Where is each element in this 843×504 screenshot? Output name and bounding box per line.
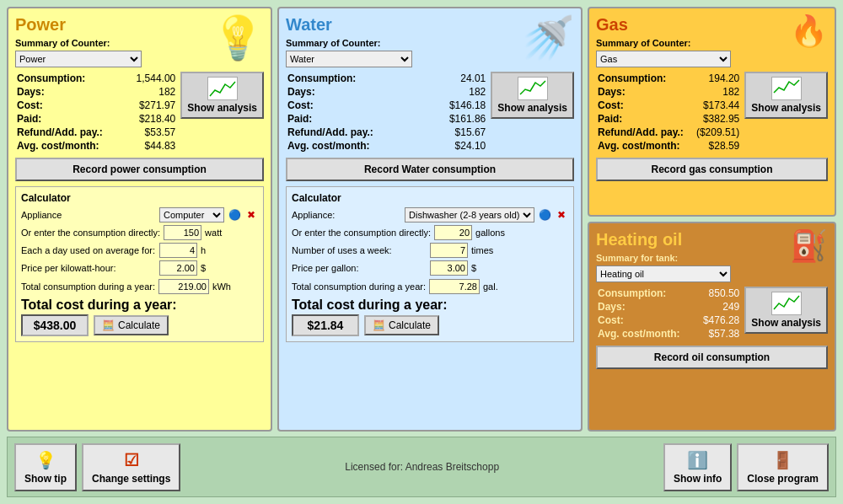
- water-price-unit: $: [471, 263, 476, 273]
- power-refund-row: Refund/Add. pay.: $53.57: [15, 126, 177, 139]
- heating-panel: ⛽ Heating oil Summary for tank: Heating …: [588, 222, 836, 432]
- power-appliance-select[interactable]: Computer: [159, 207, 224, 223]
- power-panel: 💡 Power Summary of Counter: Power Consum…: [7, 7, 272, 432]
- gas-consumption-row: Consumption: 194.20: [596, 72, 741, 85]
- water-uses-row: Number of uses a week: times: [292, 243, 568, 258]
- water-avg-row: Avg. cost/month: $24.10: [286, 139, 487, 153]
- water-total-year-input[interactable]: [429, 279, 480, 294]
- power-paid-row: Paid: $218.40: [15, 112, 177, 126]
- water-calc-title: Calculator: [292, 192, 568, 204]
- power-direct-unit: watt: [205, 228, 222, 238]
- water-price-row: Price per gallon: $: [292, 260, 568, 276]
- heating-counter-select[interactable]: Heating oil: [596, 265, 731, 282]
- close-program-button[interactable]: 🚪 Close program: [737, 443, 829, 491]
- bulb-icon: 💡: [212, 13, 264, 62]
- water-appliance-label: Appliance:: [292, 210, 401, 220]
- power-record-button[interactable]: Record power consumption: [15, 158, 264, 181]
- heating-days-row: Days: 249: [596, 300, 741, 314]
- power-appliance-row: Appliance Computer 🔵 ✖: [21, 207, 258, 223]
- settings-icon: ☑: [124, 450, 139, 470]
- power-total-year-unit: kWh: [212, 281, 231, 292]
- power-counter-select[interactable]: Power: [15, 51, 142, 67]
- water-uses-label: Number of uses a week:: [292, 245, 427, 255]
- power-save-icon[interactable]: 🔵: [228, 208, 241, 222]
- gas-record-button[interactable]: Record gas consumption: [596, 158, 828, 181]
- water-total-year-unit: gal.: [483, 281, 498, 292]
- power-total-cost-row: $438.00 🧮 Calculate: [21, 314, 258, 336]
- info-btn-label: Show info: [674, 473, 722, 485]
- power-show-analysis-button[interactable]: Show analysis: [180, 72, 264, 119]
- power-avg-row: Avg. cost/month: $44.83: [15, 139, 177, 153]
- gas-panel: 🔥 Gas Summary of Counter: Gas Consumptio…: [588, 7, 836, 217]
- water-appliance-row: Appliance: Dishwasher (2-8 years old) 🔵 …: [292, 207, 568, 223]
- water-total-year-row: Total consumption during a year: gal.: [292, 279, 568, 294]
- power-calculate-button[interactable]: 🧮 Calculate: [94, 315, 169, 335]
- power-avg-day-unit: h: [201, 245, 206, 255]
- bottom-left-buttons: 💡 Show tip ☑ Change settings: [14, 443, 180, 491]
- power-avg-day-label: Each a day used on average for:: [21, 245, 156, 255]
- info-icon: ℹ️: [687, 450, 708, 470]
- power-direct-input[interactable]: [164, 225, 201, 240]
- gas-show-analysis-button[interactable]: Show analysis: [744, 72, 828, 119]
- gas-avg-row: Avg. cost/month: $28.59: [596, 139, 741, 153]
- water-calculate-button[interactable]: 🧮 Calculate: [364, 315, 439, 335]
- water-stats-table: Consumption: 24.01 Days: 182 Cost: $146.…: [286, 72, 487, 153]
- water-show-analysis-button[interactable]: Show analysis: [491, 72, 574, 119]
- heating-stats-table: Consumption: 850.50 Days: 249 Cost: $476…: [596, 287, 741, 340]
- water-consumption-row: Consumption: 24.01: [286, 72, 487, 85]
- power-stats-table: Consumption: 1,544.00 Days: 182 Cost: $2…: [15, 72, 177, 153]
- power-avg-day-row: Each a day used on average for: h: [21, 243, 258, 258]
- heating-chart-mini: [771, 292, 802, 315]
- power-calculator: Calculator Appliance Computer 🔵 ✖ Or ent…: [15, 186, 264, 342]
- settings-btn-label: Change settings: [92, 473, 170, 485]
- power-consumption-row: Consumption: 1,544.00: [15, 72, 177, 85]
- bulb-tip-icon: 💡: [35, 450, 56, 470]
- water-appliance-select[interactable]: Dishwasher (2-8 years old): [405, 207, 534, 223]
- heating-record-button[interactable]: Record oil consumption: [596, 346, 828, 369]
- show-tip-button[interactable]: 💡 Show tip: [14, 443, 77, 491]
- faucet-icon: 🚿: [522, 13, 574, 62]
- water-total-cost-row: $21.84 🧮 Calculate: [292, 314, 568, 336]
- license-text: Licensed for: Andreas Breitschopp: [180, 461, 663, 473]
- change-settings-button[interactable]: ☑ Change settings: [82, 443, 180, 491]
- power-days-row: Days: 182: [15, 85, 177, 99]
- water-direct-input[interactable]: [434, 225, 472, 240]
- close-btn-label: Close program: [747, 473, 819, 485]
- water-paid-row: Paid: $161.86: [286, 112, 487, 126]
- power-price-label: Price per kilowatt-hour:: [21, 263, 156, 273]
- show-info-button[interactable]: ℹ️ Show info: [663, 443, 732, 491]
- water-delete-icon[interactable]: ✖: [555, 208, 568, 222]
- power-cost-row: Cost: $271.97: [15, 99, 177, 112]
- water-cost-row: Cost: $146.18: [286, 99, 487, 112]
- close-icon: 🚪: [772, 450, 793, 470]
- water-counter-select[interactable]: Water: [286, 51, 412, 67]
- water-direct-label: Or enter the consumption directly:: [292, 228, 431, 238]
- power-direct-row: Or enter the consumption directly: watt: [21, 225, 258, 240]
- heating-consumption-row: Consumption: 850.50: [596, 287, 741, 300]
- power-chart-mini: [207, 77, 238, 100]
- power-total-year-row: Total consumption during a year: kWh: [21, 279, 258, 294]
- gas-refund-row: Refund/Add. pay.: ($209.51): [596, 126, 741, 139]
- water-chart-mini: [518, 77, 548, 100]
- bottom-right-buttons: ℹ️ Show info 🚪 Close program: [663, 443, 829, 491]
- power-price-input[interactable]: [159, 260, 197, 276]
- water-price-input[interactable]: [430, 260, 468, 276]
- water-refund-row: Refund/Add. pay.: $15.67: [286, 126, 487, 139]
- water-uses-input[interactable]: [430, 243, 468, 258]
- power-calc-icon: 🧮: [102, 319, 115, 331]
- power-total-year-input[interactable]: [158, 279, 209, 294]
- water-direct-unit: gallons: [475, 228, 505, 238]
- heating-avg-row: Avg. cost/month: $57.38: [596, 327, 741, 340]
- power-avg-day-input[interactable]: [159, 243, 197, 258]
- heating-show-analysis-button[interactable]: Show analysis: [744, 287, 828, 334]
- gas-icon: 🔥: [790, 13, 828, 49]
- water-save-icon[interactable]: 🔵: [538, 208, 551, 222]
- gas-counter-select[interactable]: Gas: [596, 51, 731, 67]
- water-total-year-label: Total consumption during a year:: [292, 281, 426, 292]
- water-total-cost-label: Total cost during a year:: [292, 298, 568, 313]
- water-record-button[interactable]: Record Water consumption: [286, 158, 574, 181]
- power-price-unit: $: [201, 263, 206, 273]
- water-calculator: Calculator Appliance: Dishwasher (2-8 ye…: [286, 186, 574, 342]
- power-delete-icon[interactable]: ✖: [244, 208, 258, 222]
- power-total-cost-value: $438.00: [21, 314, 89, 336]
